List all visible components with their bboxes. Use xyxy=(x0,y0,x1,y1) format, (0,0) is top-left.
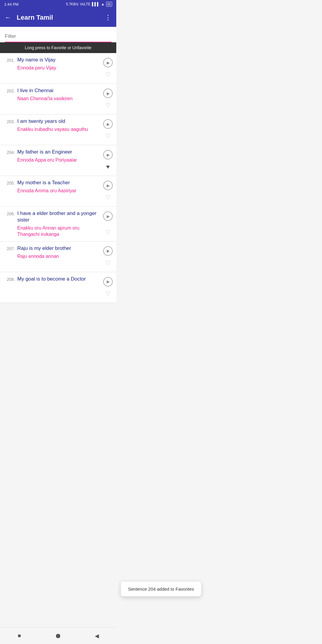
play-button[interactable] xyxy=(103,58,113,67)
status-right-icons: 5.7KB/s VoLTE ▌▌▌ ▲ 66 xyxy=(66,2,112,7)
sentence-actions: ♡ xyxy=(101,57,116,80)
sentence-number: 206. xyxy=(0,210,15,238)
sentence-number: 202. xyxy=(0,87,15,111)
sentence-tamil: Enakku irubadhu vayasu aaguthu xyxy=(17,126,101,133)
sentence-number: 205. xyxy=(0,179,15,203)
play-button[interactable] xyxy=(103,277,113,287)
sentence-content: My goal is to become a Doctor xyxy=(15,276,101,299)
sentence-english: My goal is to become a Doctor xyxy=(17,276,101,282)
sentence-content: I live in ChennaiNaan Chennai'la vasikir… xyxy=(15,87,101,111)
sentence-item: 207.Raju is my elder brotherRaju ennoda … xyxy=(0,242,116,272)
sentence-tamil: Ennoda Amma oru Aasiriyar xyxy=(17,188,101,194)
sentence-actions: ♡ xyxy=(101,118,116,141)
sentence-english: I live in Chennai xyxy=(17,87,101,94)
status-time: 1:44 PM xyxy=(4,2,18,7)
sentence-tamil: Ennoda Appa oru Poriyaalar xyxy=(17,157,101,163)
sentence-tamil: Enakku oru Annan aprum oru Thangachi iru… xyxy=(17,225,101,238)
sentence-item: 208.My goal is to become a Doctor♡ xyxy=(0,272,116,303)
more-menu-button[interactable]: ⋮ xyxy=(105,14,112,21)
sentence-content: My mother is a TeacherEnnoda Amma oru Aa… xyxy=(15,179,101,203)
sentence-tamil: Ennoda peru Vijay xyxy=(17,65,101,71)
sentence-number: 204. xyxy=(0,149,15,172)
wifi-icon: ▲ xyxy=(101,2,105,6)
favorite-button[interactable]: ♡ xyxy=(104,132,112,140)
sentence-number: 208. xyxy=(0,276,15,299)
signal-icon: ▌▌▌ xyxy=(92,2,100,6)
play-button[interactable] xyxy=(103,150,113,160)
sentence-tamil: Naan Chennai'la vasikiren xyxy=(17,96,101,102)
sentence-english: My name is Vijay xyxy=(17,57,101,63)
sentence-number: 201. xyxy=(0,57,15,80)
sentence-item: 206.I have a elder brother and a yonger … xyxy=(0,207,116,242)
hint-bar: Long press to Favorite or Unfavorite xyxy=(0,42,116,53)
favorite-button[interactable]: ♡ xyxy=(104,70,112,79)
app-title: Learn Tamil xyxy=(17,14,105,21)
sentence-actions: ♡ xyxy=(101,245,116,268)
favorite-button[interactable]: ♡ xyxy=(104,193,112,202)
sentence-list: 201.My name is VijayEnnoda peru Vijay♡20… xyxy=(0,53,116,303)
play-button[interactable] xyxy=(103,246,113,256)
sentence-content: My name is VijayEnnoda peru Vijay xyxy=(15,57,101,80)
sentence-item: 204.My father is an EngineerEnnoda Appa … xyxy=(0,145,116,176)
sentence-english: My mother is a Teacher xyxy=(17,179,101,186)
favorite-button[interactable]: ♥ xyxy=(104,162,112,171)
status-bar: 1:44 PM 5.7KB/s VoLTE ▌▌▌ ▲ 66 xyxy=(0,0,116,8)
play-button[interactable] xyxy=(103,181,113,190)
sentence-content: I am twenty years oldEnakku irubadhu vay… xyxy=(15,118,101,141)
sentence-item: 203.I am twenty years oldEnakku irubadhu… xyxy=(0,114,116,145)
network-speed: 5.7KB/s xyxy=(66,2,78,6)
sentence-content: My father is an EngineerEnnoda Appa oru … xyxy=(15,149,101,172)
play-button[interactable] xyxy=(103,211,113,221)
sentence-number: 203. xyxy=(0,118,15,141)
sentence-item: 205.My mother is a TeacherEnnoda Amma or… xyxy=(0,176,116,207)
sentence-actions: ♡ xyxy=(101,87,116,111)
filter-input[interactable] xyxy=(5,32,112,42)
favorite-button[interactable]: ♡ xyxy=(104,259,112,267)
hint-text: Long press to Favorite or Unfavorite xyxy=(25,45,91,50)
network-type: VoLTE xyxy=(80,2,90,6)
sentence-content: I have a elder brother and a yonger sist… xyxy=(15,210,101,238)
play-button[interactable] xyxy=(103,119,113,129)
sentence-actions: ♥ xyxy=(101,149,116,172)
filter-section xyxy=(0,27,116,42)
play-button[interactable] xyxy=(103,89,113,98)
sentence-item: 201.My name is VijayEnnoda peru Vijay♡ xyxy=(0,53,116,84)
favorite-button[interactable]: ♡ xyxy=(104,290,112,298)
sentence-number: 207. xyxy=(0,245,15,268)
sentence-item: 202.I live in ChennaiNaan Chennai'la vas… xyxy=(0,84,116,114)
sentence-actions: ♡ xyxy=(101,210,116,238)
battery-icon: 66 xyxy=(106,2,112,7)
sentence-content: Raju is my elder brotherRaju ennoda anna… xyxy=(15,245,101,268)
back-button[interactable]: ← xyxy=(5,14,11,21)
sentence-actions: ♡ xyxy=(101,276,116,299)
sentence-actions: ♡ xyxy=(101,179,116,203)
favorite-button[interactable]: ♡ xyxy=(104,228,112,236)
sentence-english: I am twenty years old xyxy=(17,118,101,125)
sentence-english: My father is an Engineer xyxy=(17,149,101,155)
app-bar: ← Learn Tamil ⋮ xyxy=(0,8,116,27)
sentence-tamil: Raju ennoda annan xyxy=(17,253,101,260)
sentence-english: Raju is my elder brother xyxy=(17,245,101,252)
favorite-button[interactable]: ♡ xyxy=(104,101,112,109)
sentence-english: I have a elder brother and a yonger sist… xyxy=(17,210,101,223)
